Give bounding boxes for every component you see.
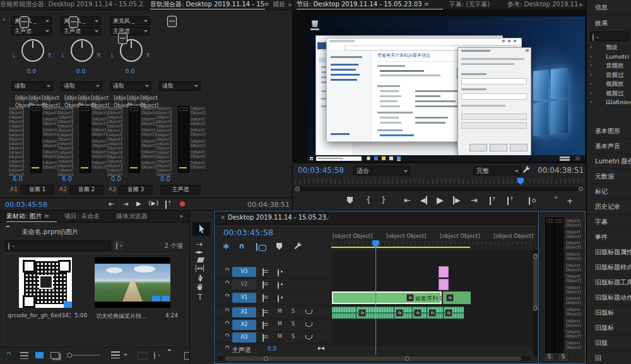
effects-tree-item[interactable]: › 视频效 xyxy=(587,79,631,89)
scrollbar-handle-left[interactable] xyxy=(295,187,300,191)
channel-input-select[interactable]: 麦克风 _ xyxy=(110,16,150,25)
ripple-edit-tool[interactable]: ◄► xyxy=(195,249,203,255)
pan-knob[interactable] xyxy=(21,39,44,62)
panel-menu-icon[interactable]: ≡ xyxy=(44,213,49,220)
zoom-slider[interactable] xyxy=(67,355,100,356)
chevron-down-icon[interactable] xyxy=(124,354,127,358)
msr-button[interactable]: [object Object] xyxy=(126,94,137,103)
chevron-right-icon[interactable]: › xyxy=(590,98,593,105)
settings-wrench-icon[interactable] xyxy=(522,166,531,174)
sidebar-panel-item[interactable]: 旧版标 xyxy=(587,320,631,336)
clip-pink-v2[interactable] xyxy=(439,279,449,290)
fx-badge[interactable]: fx xyxy=(445,309,452,317)
mixer-playhead-timecode[interactable]: 00:03:45:58 xyxy=(5,201,47,209)
sync-lock-icon[interactable] xyxy=(262,268,264,276)
monitor-scrubber[interactable] xyxy=(295,178,583,184)
sync-lock-icon[interactable] xyxy=(262,308,264,317)
panel-menu-icon[interactable]: ≡ xyxy=(424,1,429,8)
track-target-a2[interactable]: A2 xyxy=(232,320,256,330)
tab-captions[interactable]: 字幕: (无字幕) xyxy=(449,0,504,9)
close-icon[interactable]: × xyxy=(220,214,225,221)
timeline-vscrollbar[interactable] xyxy=(533,249,538,356)
fx-badge[interactable]: fx xyxy=(358,309,366,317)
track-target-v3[interactable]: V3 xyxy=(232,267,256,277)
vscroll-handle-top[interactable] xyxy=(533,254,538,259)
track-output-eye-icon[interactable] xyxy=(278,269,279,277)
automation-mode-select[interactable]: 读取 xyxy=(61,81,102,91)
play-in-out-icon[interactable]: {▶} xyxy=(148,200,159,206)
fx-badge[interactable]: fx xyxy=(446,294,454,302)
channel-output-select[interactable]: 主声道 xyxy=(11,26,52,35)
fader-track[interactable] xyxy=(73,109,73,170)
sidebar-panel-item[interactable]: 历史记录 xyxy=(587,199,631,214)
tab-media-browser[interactable]: 媒体浏览器 xyxy=(116,211,164,221)
pan-value[interactable]: 0.0 xyxy=(58,68,103,74)
chevron-right-icon[interactable]: › xyxy=(590,80,593,86)
track-name-box[interactable]: 音频 1 xyxy=(20,185,54,194)
timeline-ruler[interactable]: [object Object][object Object][object Ob… xyxy=(331,230,534,248)
mute-button[interactable]: M xyxy=(278,308,282,314)
mark-in-icon[interactable]: { xyxy=(366,196,371,204)
selection-tool[interactable] xyxy=(192,222,210,236)
sort-icon[interactable] xyxy=(111,351,120,358)
lift-icon[interactable] xyxy=(490,197,491,205)
hand-tool[interactable] xyxy=(196,283,204,291)
goto-out-icon[interactable]: ⇥ xyxy=(122,200,128,208)
freeform-view-icon[interactable] xyxy=(50,352,59,359)
timeline-settings-wrench-icon[interactable] xyxy=(294,242,302,250)
fader-value[interactable]: 6.0 xyxy=(13,175,23,182)
monitor-scrollbar[interactable] xyxy=(297,187,582,191)
program-video[interactable]: 查看有关计算机的基本信息 Windows 10 xyxy=(307,16,585,161)
snap-magnet-icon[interactable]: ∩ xyxy=(239,242,245,250)
timeline-playhead-timecode[interactable]: 00:03:45:58 xyxy=(223,228,273,237)
panel-item-info[interactable]: 信息 xyxy=(587,0,631,15)
export-frame-icon[interactable] xyxy=(529,197,530,205)
pan-value[interactable]: 0.0 xyxy=(9,68,54,74)
effects-tree-item[interactable]: › 音频效 xyxy=(587,61,631,71)
sync-lock-icon[interactable] xyxy=(262,334,264,342)
effects-tree-item[interactable]: › 音频过 xyxy=(587,71,631,80)
mute-button[interactable]: M xyxy=(278,321,282,327)
goto-out-icon[interactable]: ⇥ xyxy=(471,196,478,205)
sidebar-panel-item[interactable]: 事件 xyxy=(587,230,631,245)
fader-track[interactable] xyxy=(23,109,24,170)
tab-clip-mixer[interactable]: 音频剪辑混合器: Desktop 2019.11.14 - 15.05.23.0… xyxy=(0,0,144,9)
track-name-box[interactable]: 主声道 xyxy=(160,185,201,194)
fader-handle[interactable] xyxy=(167,16,177,27)
goto-in-icon[interactable]: ⇤ xyxy=(404,196,411,205)
msr-button[interactable]: [object Object] xyxy=(77,94,88,103)
solo-button[interactable]: S xyxy=(292,334,295,339)
fader-value[interactable]: 6.0 xyxy=(62,175,72,182)
tab-project[interactable]: 项目: 未命名 xyxy=(64,211,115,221)
mark-out-icon[interactable]: } xyxy=(381,196,386,204)
tab-bin[interactable]: 素材箱: 图片 ≡ xyxy=(6,211,57,223)
fader-value[interactable]: 0.0 xyxy=(111,175,121,182)
play-icon[interactable]: ▶ xyxy=(437,195,444,205)
track-target-v1[interactable]: V1 xyxy=(232,293,256,303)
sidebar-panel-item[interactable]: 旧版标题工具 xyxy=(587,275,631,290)
monitor-playhead-timecode[interactable]: 00:03:45:58 xyxy=(298,166,344,175)
sidebar-panel-item[interactable]: 旧 xyxy=(587,351,631,364)
automate-to-sequence-icon[interactable] xyxy=(138,352,148,360)
track-select-forward-tool[interactable]: ⇢ xyxy=(196,240,203,249)
list-view-icon[interactable] xyxy=(20,352,28,359)
item-name[interactable]: qrcode_for_gh_6ed343... xyxy=(8,312,71,319)
sidebar-panel-item[interactable]: 旧版标 xyxy=(587,305,631,320)
track-name-box[interactable]: 音频 3 xyxy=(119,185,153,194)
msr-button[interactable]: [object Object] xyxy=(28,94,38,103)
fader-handle[interactable] xyxy=(118,33,127,44)
msr-button[interactable]: [object Object] xyxy=(113,94,124,103)
add-button-icon[interactable]: + xyxy=(567,197,573,206)
pan-knob[interactable] xyxy=(71,39,93,62)
fader-track[interactable] xyxy=(171,109,172,170)
add-marker-icon[interactable] xyxy=(276,243,282,250)
fader-track[interactable] xyxy=(122,109,122,170)
track-name-box[interactable]: 音频 2 xyxy=(69,185,103,194)
tab-overflow-icon[interactable]: » xyxy=(179,212,184,220)
fx-badge[interactable]: fx xyxy=(396,309,403,317)
effects-tree-item[interactable]: › Шаблон xyxy=(587,98,631,107)
clip-nested-sequence[interactable]: fx 嵌套序列 0 xyxy=(332,291,442,304)
sidebar-panel-item[interactable]: 元数据 xyxy=(587,169,631,184)
msr-button[interactable]: [object Object] xyxy=(139,94,150,103)
sidebar-panel-item[interactable]: 旧版标题动作 xyxy=(587,290,631,305)
